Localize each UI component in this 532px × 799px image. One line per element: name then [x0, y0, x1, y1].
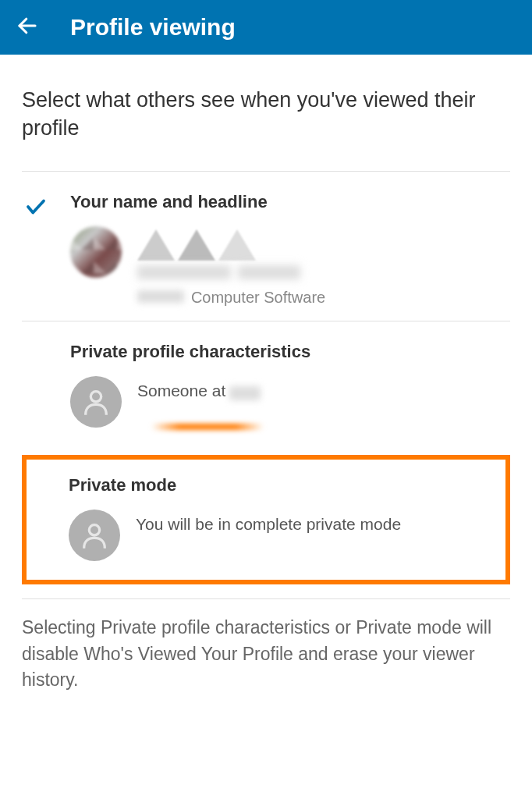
option-text: You will be in complete private mode [136, 510, 463, 535]
option-row: You will be in complete private mode [69, 510, 463, 561]
check-column [22, 192, 50, 222]
disclaimer-text: Selecting Private profile characteristic… [0, 599, 532, 693]
back-arrow-icon[interactable] [16, 14, 39, 41]
option-body: Private profile characteristics Someone … [70, 342, 510, 430]
computer-software-text: Computer Software [191, 289, 325, 306]
option-text: Computer Software [137, 226, 510, 307]
option-row: Someone at [70, 376, 510, 430]
option-text: Someone at [137, 376, 510, 430]
option-name-headline[interactable]: Your name and headline Computer Software [22, 172, 510, 321]
redacted-headline [137, 265, 510, 282]
person-icon [69, 510, 120, 561]
content-area: Select what others see when you've viewe… [0, 55, 532, 599]
option-title: Your name and headline [70, 192, 510, 212]
option-row: Computer Software [70, 226, 510, 307]
avatar [70, 226, 122, 278]
redacted-shapes [137, 229, 510, 261]
option-title: Private mode [69, 475, 463, 495]
profile-subtitle-row: Computer Software [137, 289, 510, 307]
checkmark-icon [24, 195, 48, 222]
svg-point-1 [90, 392, 101, 402]
option-title: Private profile characteristics [70, 342, 510, 362]
option-description: Someone at [137, 382, 225, 400]
check-column [22, 342, 50, 345]
person-icon [70, 376, 122, 428]
option-body: Your name and headline Computer Software [70, 192, 510, 307]
page-subtitle: Select what others see when you've viewe… [22, 86, 510, 143]
option-private-characteristics[interactable]: Private profile characteristics Someone … [22, 321, 510, 444]
option-private-mode-highlighted[interactable]: Private mode You will be in complete pri… [22, 455, 510, 584]
option-description: You will be in complete private mode [136, 513, 463, 535]
app-header: Profile viewing [0, 0, 532, 55]
page-title: Profile viewing [70, 14, 236, 41]
redacted-orange-strip [137, 424, 278, 430]
svg-point-2 [89, 525, 99, 535]
